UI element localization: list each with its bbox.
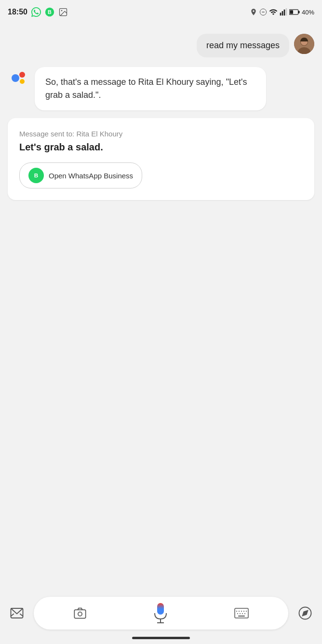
status-time: 18:50 (8, 8, 27, 16)
gallery-status-icon (58, 7, 68, 17)
svg-rect-12 (290, 10, 293, 14)
status-left: 18:50 B (8, 7, 68, 17)
inbox-icon (10, 606, 24, 620)
message-card: Message sent to: Rita El Khoury Let's gr… (8, 118, 314, 200)
camera-button[interactable] (73, 606, 87, 620)
whatsapp-status-icon (31, 7, 41, 17)
message-card-text: Let's grab a salad. (19, 142, 303, 153)
svg-text:B: B (48, 9, 52, 15)
message-card-recipient: Message sent to: Rita El Khoury (19, 130, 303, 138)
inbox-button[interactable] (10, 606, 24, 620)
assistant-bubble: So, that's a message to Rita El Khoury s… (35, 67, 266, 110)
battery-icon (289, 9, 300, 15)
wifi-icon (269, 8, 278, 16)
svg-point-19 (20, 79, 25, 84)
svg-point-17 (12, 74, 19, 82)
location-icon (250, 8, 257, 16)
svg-rect-26 (157, 603, 164, 615)
status-right: 40% (250, 8, 314, 16)
google-assistant-icon (8, 67, 30, 89)
svg-rect-6 (280, 13, 282, 15)
svg-rect-7 (282, 11, 283, 15)
user-message-row: read my messages (8, 29, 314, 57)
svg-marker-41 (303, 611, 308, 616)
bottom-bar (0, 590, 322, 644)
compass-icon (298, 606, 312, 620)
signal-icon (280, 8, 287, 16)
compass-button[interactable] (298, 606, 312, 620)
bottom-bar-center (34, 597, 288, 630)
home-indicator (132, 637, 190, 639)
svg-rect-9 (286, 8, 287, 15)
svg-rect-8 (284, 10, 285, 16)
whatsapp-business-status-icon: B (45, 7, 54, 17)
svg-point-3 (61, 10, 62, 11)
keyboard-button[interactable] (234, 606, 249, 620)
mic-button[interactable] (152, 603, 169, 624)
open-whatsapp-button[interactable]: B Open WhatsApp Business (19, 162, 142, 188)
svg-point-18 (19, 72, 25, 78)
svg-rect-24 (74, 610, 85, 618)
keyboard-icon (234, 606, 249, 620)
open-whatsapp-label: Open WhatsApp Business (49, 172, 133, 180)
svg-text:B: B (34, 172, 38, 178)
user-bubble: read my messages (197, 34, 289, 57)
chat-area: read my messages So, that's a message to… (0, 24, 322, 215)
status-app-icons: B (31, 7, 68, 17)
svg-rect-11 (298, 11, 300, 13)
battery-percent: 40% (302, 9, 314, 16)
mic-icon (152, 603, 169, 624)
camera-icon (73, 606, 87, 620)
svg-point-25 (78, 612, 82, 616)
user-avatar (294, 34, 314, 54)
assistant-message-row: So, that's a message to Rita El Khoury s… (8, 67, 314, 110)
whatsapp-business-icon: B (28, 168, 44, 183)
dnd-icon (259, 8, 267, 16)
status-bar: 18:50 B (0, 0, 322, 24)
